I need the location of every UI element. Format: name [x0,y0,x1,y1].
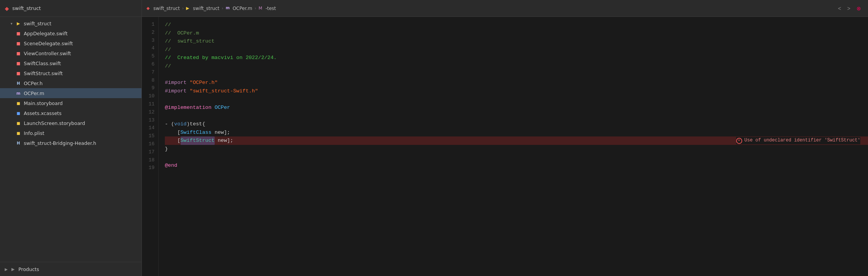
code-line-4: // [165,46,868,54]
code-line-19 [165,170,868,178]
sidebar-item-products[interactable]: ▶ ▶ Products [0,262,141,276]
breadcrumb-sep-1: › [182,6,184,11]
code-line-7 [165,71,868,79]
breadcrumb-file-label: OCPer.m [233,6,252,11]
token: [ [165,128,181,137]
ln-10: 10 [142,92,158,100]
token: // Created by macvivi on 2022/2/24. [165,54,277,62]
token: // [165,21,171,29]
close-editor-button[interactable]: ⊗ [854,5,863,12]
swift-file-icon: ■ [15,40,21,46]
code-line-17 [165,153,868,162]
code-line-11: @implementation OCPer [165,104,868,112]
sidebar-item-swift-class[interactable]: ■ SwiftClass.swift [0,58,141,68]
code-line-5: // Created by macvivi on 2022/2/24. [165,54,868,62]
ln-2: 2 [142,29,158,37]
sidebar-item-ocper-m[interactable]: m OCPer.m [0,88,141,98]
h-file-icon-2: H [15,140,21,146]
token: // [165,62,171,71]
sidebar-item-app-delegate[interactable]: ■ AppDelegate.swift [0,28,141,38]
sidebar-item-main-storyboard[interactable]: ■ Main.storyboard [0,98,141,108]
symbol-bc-icon: M [258,6,264,11]
token: [ [165,136,181,145]
nav-forward-button[interactable]: > [845,5,853,12]
token: void [174,120,186,128]
swift-file-icon: ■ [15,70,21,76]
breadcrumb-folder[interactable]: ▶ swift_struct [186,6,219,11]
token: #import [165,87,187,95]
swift-project-icon: ◆ [146,6,152,11]
swift-file-icon: ■ [15,60,21,66]
sidebar-file-label: AppDelegate.swift [24,31,67,36]
folder-bc-icon: ▶ [186,6,191,11]
ln-17: 17 [142,148,158,156]
ln-11: 11 [142,100,158,108]
chevron-down-icon: ▾ [9,21,14,26]
m-bc-icon: m [226,6,231,11]
sidebar-file-label: OCPer.m [24,90,44,96]
sidebar-file-label: LaunchScreen.storyboard [24,120,85,126]
nav-back-button[interactable]: < [836,5,843,12]
products-folder-icon: ▶ [10,266,16,272]
code-line-15: [ SwiftStruct new]; ✕ Use of undeclared … [165,136,868,145]
plist-file-icon: ■ [15,130,21,136]
token: - ( [165,120,174,128]
ln-15: 15 [142,132,158,140]
sidebar-item-view-controller[interactable]: ■ ViewController.swift [0,48,141,58]
code-line-16: } [165,145,868,153]
ln-19: 19 [142,164,158,172]
breadcrumb-project-label: swift_struct [153,6,180,11]
sidebar-item-bridging-header[interactable]: H swift_struct-Bridging-Header.h [0,138,141,148]
sidebar-item-scene-delegate[interactable]: ■ SceneDelegate.swift [0,38,141,48]
sidebar-item-swift-struct[interactable]: ■ SwiftStruct.swift [0,68,141,78]
code-line-9: #import "swift_struct-Swift.h" [165,87,868,95]
code-line-8: #import "OCPer.h" [165,79,868,87]
code-editor[interactable]: 1 2 3 4 5 6 7 8 9 10 11 12 13 14 15 16 1… [142,17,868,276]
folder-icon: ▶ [15,20,21,26]
sidebar-file-label: swift_struct-Bridging-Header.h [24,140,96,146]
token: } [165,145,168,153]
token: SwiftStruct [181,136,215,145]
sidebar-group-label: swift_struct [24,21,51,26]
sidebar-file-label: SwiftClass.swift [24,61,61,66]
project-title: swift_struct [12,5,41,11]
sidebar-item-assets[interactable]: ■ Assets.xcassets [0,108,141,118]
ln-7: 7 [142,69,158,77]
breadcrumb-symbol[interactable]: M -test [258,6,276,11]
token: OCPer [215,104,230,112]
swift-file-icon: ■ [15,50,21,56]
token: "OCPer.h" [190,79,218,87]
code-line-3: // swift_struct [165,37,868,46]
sidebar-file-label: Main.storyboard [24,100,63,106]
code-line-13: - ( void )test{ [165,120,868,128]
sidebar-item-project-group[interactable]: ▾ ▶ swift_struct [0,18,141,28]
breadcrumb-project[interactable]: ◆ swift_struct [146,6,180,11]
token: "swift_struct-Swift.h" [190,87,258,95]
sidebar-item-ocper-h[interactable]: H OCPer.h [0,78,141,88]
sidebar-item-launch-storyboard[interactable]: ■ LaunchScreen.storyboard [0,118,141,128]
ln-9: 9 [142,84,158,92]
ln-13: 13 [142,117,158,125]
code-line-1: // [165,21,868,29]
token: @end [165,161,177,170]
code-line-14: [ SwiftClass new]; [165,128,868,137]
code-line-6: // [165,62,868,71]
code-line-18: @end [165,161,868,170]
sidebar-file-label: Assets.xcassets [24,110,62,116]
error-message: Use of undeclared identifier 'SwiftStruc… [745,137,860,145]
ln-3: 3 [142,37,158,45]
token [187,79,190,87]
breadcrumb-symbol-label: -test [265,6,276,11]
ln-6: 6 [142,61,158,69]
breadcrumb-folder-label: swift_struct [193,6,219,11]
error-badge: ✕ Use of undeclared identifier 'SwiftStr… [736,137,860,145]
sidebar-file-label: OCPer.h [24,80,43,86]
breadcrumb-file[interactable]: m OCPer.m [226,6,252,11]
sidebar-file-label: Info.plist [24,130,44,136]
ln-14: 14 [142,124,158,132]
code-content: // // OCPer.m // swift_struct // // Crea… [159,17,868,276]
sidebar-item-info-plist[interactable]: ■ Info.plist [0,128,141,138]
line-numbers: 1 2 3 4 5 6 7 8 9 10 11 12 13 14 15 16 1… [142,17,159,276]
token: new]; [215,136,233,145]
breadcrumb-sep-2: › [222,6,223,11]
